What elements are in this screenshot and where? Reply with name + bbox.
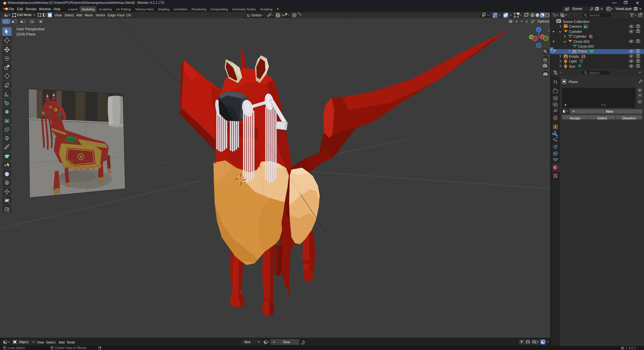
svg-text:Sun: Sun	[569, 64, 575, 68]
svg-text:Search: Search	[589, 13, 600, 17]
svg-text:Z: Z	[526, 20, 528, 23]
svg-text:Circle.003: Circle.003	[573, 40, 590, 43]
svg-text:Global: Global	[251, 13, 261, 17]
svg-text:Y: Y	[530, 36, 532, 39]
svg-text:Cylinder: Cylinder	[573, 34, 587, 38]
svg-text:Y: Y	[521, 20, 523, 23]
svg-text:(224) Plane: (224) Plane	[16, 32, 35, 36]
svg-text:Cylinder: Cylinder	[569, 30, 582, 33]
svg-text:Light: Light	[569, 59, 577, 63]
svg-text:User Perspective: User Perspective	[16, 27, 45, 31]
svg-text:Plane: Plane	[578, 49, 587, 53]
svg-text:Circle.002: Circle.002	[578, 44, 594, 48]
svg-text:X: X	[516, 20, 518, 23]
svg-text:Plane: Plane	[569, 80, 578, 84]
svg-text:Camera: Camera	[569, 24, 582, 28]
svg-text:Scene Collection: Scene Collection	[563, 20, 590, 24]
svg-text:Z: Z	[538, 28, 540, 32]
svg-text:X: X	[541, 35, 543, 39]
svg-text:Empty: Empty	[569, 54, 579, 58]
